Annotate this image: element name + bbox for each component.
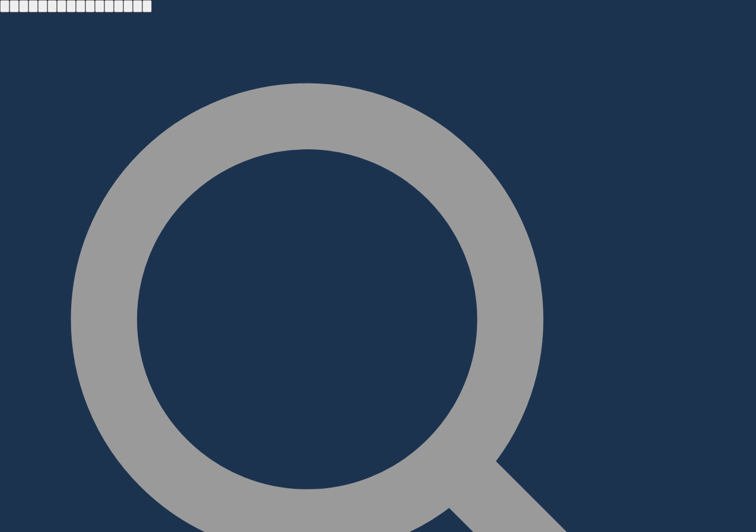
zoom-selected-button[interactable] xyxy=(95,0,104,12)
open-file-button[interactable] xyxy=(0,0,9,12)
export-network-button[interactable] xyxy=(38,0,47,12)
refresh-view-button[interactable] xyxy=(104,0,114,12)
zoom-in-button[interactable] xyxy=(66,0,76,12)
import-network-button[interactable] xyxy=(19,0,28,12)
import-table-button[interactable] xyxy=(28,0,38,12)
export-image-button[interactable] xyxy=(57,0,66,12)
main-toolbar xyxy=(0,0,756,532)
export-table-button[interactable] xyxy=(47,0,57,12)
first-neighbors-button[interactable] xyxy=(123,0,133,12)
application-window: Control Panel NetworkStyleSelectMCDS Opt… xyxy=(0,0,756,532)
save-session-button[interactable] xyxy=(9,0,19,12)
zoom-fit-button[interactable] xyxy=(85,0,95,12)
hide-selected-button[interactable] xyxy=(133,0,142,12)
search-box[interactable] xyxy=(0,12,756,532)
zoom-out-button[interactable] xyxy=(76,0,85,12)
show-all-button[interactable] xyxy=(142,0,152,12)
search-icon xyxy=(0,12,756,532)
toolbar-icon-group xyxy=(0,0,756,12)
clone-network-button[interactable] xyxy=(114,0,123,12)
